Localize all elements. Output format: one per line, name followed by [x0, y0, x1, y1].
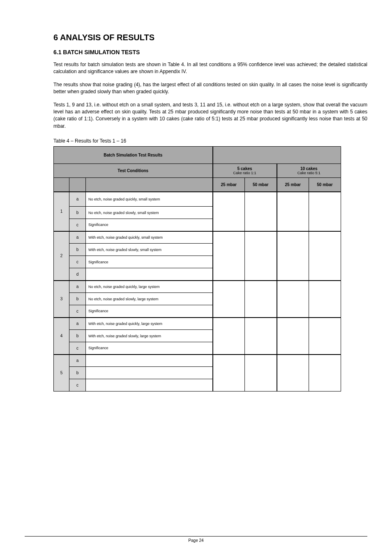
grp4-b-desc: With etch, noise graded slowly, large sy… — [86, 330, 213, 342]
grp5-a-desc — [86, 355, 213, 367]
grp2-c-desc: Significance — [86, 256, 213, 268]
grp4-v3 — [277, 318, 309, 355]
page-footer: Page 24 — [25, 536, 367, 543]
grp5-v3 — [277, 355, 309, 391]
grp4-b-sub: b — [69, 330, 86, 342]
col-blank2 — [69, 178, 86, 192]
col-blank1 — [54, 178, 69, 192]
grp3-num: 3 — [54, 281, 69, 318]
grp1-v4 — [309, 192, 341, 231]
grp3-v2 — [245, 281, 277, 318]
grp4-a-sub: a — [69, 318, 86, 330]
grp5-num: 5 — [54, 355, 69, 391]
col-50a: 50 mbar — [245, 178, 277, 192]
grp3-a-desc: No etch, noise graded quickly, large sys… — [86, 281, 213, 293]
hdr-10cakes-sub: Cake ratio 5:1 — [280, 171, 339, 175]
grp5-v1 — [213, 355, 245, 391]
grp1-b-desc: No etch, noise graded slowly, small syst… — [86, 207, 213, 219]
super-right — [213, 147, 341, 164]
subsection-heading: 6.1 BATCH SIMULATION TESTS — [53, 49, 367, 55]
grp5-v2 — [245, 355, 277, 391]
grp5-b-sub: b — [69, 367, 86, 379]
col-25b: 25 mbar — [277, 178, 309, 192]
grp1-c-sub: c — [69, 219, 86, 231]
grp2-b-sub: b — [69, 244, 86, 256]
grp5-b-desc — [86, 367, 213, 379]
hdr-5cakes-sub: Cake ratio 1:1 — [216, 171, 274, 175]
grp3-b-sub: b — [69, 293, 86, 305]
grp2-v4 — [309, 231, 341, 281]
grp1-a-sub: a — [69, 192, 86, 207]
grp2-d-desc — [86, 268, 213, 281]
grp5-c-sub: c — [69, 379, 86, 391]
grp4-v4 — [309, 318, 341, 355]
results-table: Batch Simulation Test Results Test Condi… — [53, 146, 341, 391]
grp2-v1 — [213, 231, 245, 281]
grp3-c-sub: c — [69, 305, 86, 318]
grp4-v1 — [213, 318, 245, 355]
grp5-a-sub: a — [69, 355, 86, 367]
hdr-conditions: Test Conditions — [54, 164, 213, 178]
grp2-d-sub: d — [69, 268, 86, 281]
grp4-v2 — [245, 318, 277, 355]
hdr-10cakes: 10 cakes Cake ratio 5:1 — [277, 164, 341, 178]
grp2-num: 2 — [54, 231, 69, 281]
grp2-v2 — [245, 231, 277, 281]
grp3-v4 — [309, 281, 341, 318]
grp1-num: 1 — [54, 192, 69, 231]
grp1-v3 — [277, 192, 309, 231]
grp2-b-desc: With etch, noise graded slowly, small sy… — [86, 244, 213, 256]
grp3-a-sub: a — [69, 281, 86, 293]
super-left: Batch Simulation Test Results — [54, 147, 213, 164]
grp1-v2 — [245, 192, 277, 231]
grp3-v3 — [277, 281, 309, 318]
grp3-v1 — [213, 281, 245, 318]
grp2-a-desc: With etch, noise graded quickly, small s… — [86, 231, 213, 244]
grp1-b-sub: b — [69, 207, 86, 219]
hdr-5cakes: 5 cakes Cake ratio 1:1 — [213, 164, 277, 178]
paragraph-3: Tests 1, 9 and 13, i.e. without etch on … — [53, 101, 367, 130]
grp3-b-desc: No etch, noise graded slowly, large syst… — [86, 293, 213, 305]
grp5-v4 — [309, 355, 341, 391]
grp4-num: 4 — [54, 318, 69, 355]
grp2-a-sub: a — [69, 231, 86, 244]
page: 6 ANALYSIS OF RESULTS 6.1 BATCH SIMULATI… — [0, 0, 392, 555]
grp4-c-desc: Significance — [86, 342, 213, 355]
paragraph-1: Test results for batch simulation tests … — [53, 61, 367, 76]
col-blank3 — [86, 178, 213, 192]
hdr-10cakes-label: 10 cakes — [280, 166, 339, 171]
col-50b: 50 mbar — [309, 178, 341, 192]
grp5-c-desc — [86, 379, 213, 391]
grp1-v1 — [213, 192, 245, 231]
hdr-5cakes-label: 5 cakes — [216, 166, 274, 171]
col-25a: 25 mbar — [213, 178, 245, 192]
section-heading: 6 ANALYSIS OF RESULTS — [53, 33, 367, 42]
grp2-c-sub: c — [69, 256, 86, 268]
grp4-c-sub: c — [69, 342, 86, 355]
grp1-a-desc: No etch, noise graded quickly, small sys… — [86, 192, 213, 207]
table-caption: Table 4 – Results for Tests 1 – 16 — [53, 138, 367, 144]
paragraph-2: The results show that noise grading (4),… — [53, 81, 367, 96]
grp4-a-desc: With etch, noise graded quickly, large s… — [86, 318, 213, 330]
grp3-c-desc: Significance — [86, 305, 213, 318]
grp1-c-desc: Significance — [86, 219, 213, 231]
grp2-v3 — [277, 231, 309, 281]
footer-center: Page 24 — [188, 538, 203, 543]
